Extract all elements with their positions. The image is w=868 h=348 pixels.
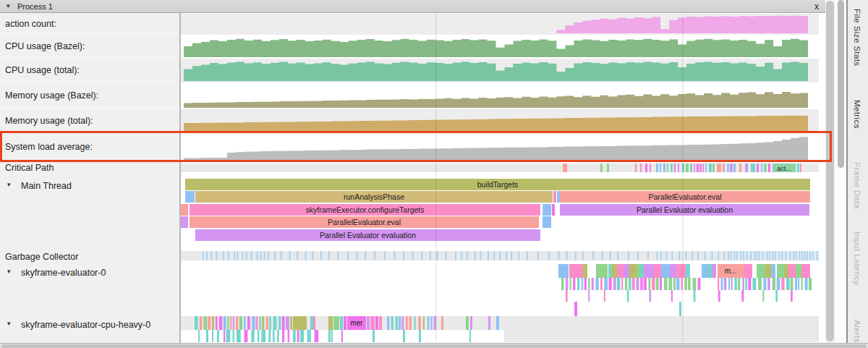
sidebar-item-skyframe-evaluator-cpu-heavy-0[interactable]: ▾skyframe-evaluator-cpu-heavy-0: [0, 317, 178, 331]
tab-alerts[interactable]: Alerts: [853, 320, 861, 343]
track-label: Main Thread: [21, 181, 72, 191]
chevron-down-icon[interactable]: ▾: [5, 181, 21, 188]
svg-text:buildTargets: buildTargets: [477, 180, 519, 189]
svg-text:mer: mer: [350, 319, 363, 327]
sidebar-item-skyframe-evaluator-0[interactable]: ▾skyframe-evaluator-0: [0, 265, 178, 279]
right-tab-rail: File Size Stats Metrics Frame Data Input…: [846, 0, 868, 343]
sidebar-item-system-load-average[interactable]: System load average:: [0, 133, 178, 161]
tab-frame-data[interactable]: Frame Data: [853, 162, 861, 209]
window-vertical-scrollbar[interactable]: [836, 0, 846, 343]
track-label: Critical Path: [5, 163, 54, 173]
timeline-canvas[interactable]: act...buildTargetsrunAnalysisPhaseParall…: [181, 13, 825, 343]
track-label: CPU usage (Bazel):: [5, 41, 85, 51]
track-label-sidebar: action count: CPU usage (Bazel): CPU usa…: [0, 13, 181, 343]
chevron-down-icon[interactable]: ▾: [5, 268, 21, 275]
process-panel: ▾ Process 1 x action count: CPU usage (B…: [0, 0, 835, 343]
sidebar-item-garbage-collector[interactable]: Garbage Collector: [0, 250, 178, 263]
svg-text:Parallel Evaluator evaluation: Parallel Evaluator evaluation: [320, 231, 416, 239]
sidebar-item-action-count[interactable]: action count:: [0, 14, 178, 34]
sidebar-item-critical-path[interactable]: Critical Path: [0, 161, 178, 174]
panel-header[interactable]: ▾ Process 1 x: [0, 0, 835, 13]
track-label: skyframe-evaluator-cpu-heavy-0: [21, 320, 150, 330]
sidebar-item-memory-usage-bazel[interactable]: Memory usage (Bazel):: [0, 82, 178, 109]
panel-vertical-scrollbar[interactable]: [825, 0, 835, 343]
track-label: Garbage Collector: [5, 252, 78, 262]
sidebar-item-cpu-usage-bazel[interactable]: CPU usage (Bazel):: [0, 35, 178, 58]
horizontal-scrollbar-thumb[interactable]: [1, 344, 867, 348]
track-label: action count:: [5, 19, 56, 29]
svg-text:act...: act...: [777, 165, 791, 172]
svg-text:Parallel Evaluator evaluation: Parallel Evaluator evaluation: [637, 205, 733, 214]
sidebar-item-cpu-usage-total[interactable]: CPU usage (total):: [0, 59, 178, 82]
svg-text:ParallelEvaluator.eval: ParallelEvaluator.eval: [328, 218, 401, 226]
timeline-svg: act...buildTargetsrunAnalysisPhaseParall…: [181, 13, 825, 343]
sidebar-item-memory-usage-total[interactable]: Memory usage (total):: [0, 109, 178, 132]
svg-text:ParallelEvaluator.eval: ParallelEvaluator.eval: [649, 192, 722, 201]
track-label: CPU usage (total):: [5, 65, 80, 75]
svg-text:skyframeExecutor.configureTarg: skyframeExecutor.configureTargets: [306, 205, 425, 214]
close-icon[interactable]: x: [812, 1, 822, 12]
tab-input-latency[interactable]: Input Latency: [853, 232, 861, 285]
svg-text:m...: m...: [725, 267, 737, 275]
track-label: Memory usage (total):: [5, 116, 93, 126]
track-label: skyframe-evaluator-0: [21, 268, 106, 278]
svg-text:runAnalysisPhase: runAnalysisPhase: [344, 192, 404, 201]
track-label: Memory usage (Bazel):: [5, 90, 98, 101]
sidebar-item-main-thread[interactable]: ▾Main Thread: [0, 178, 178, 192]
track-label: System load average:: [5, 142, 93, 152]
panel-title: Process 1: [17, 2, 53, 11]
chevron-down-icon[interactable]: ▾: [5, 320, 21, 327]
panel-vertical-scrollbar-thumb[interactable]: [826, 1, 834, 341]
tab-file-size-stats[interactable]: File Size Stats: [853, 9, 861, 67]
collapse-arrow-icon[interactable]: ▾: [7, 2, 10, 9]
tab-metrics[interactable]: Metrics: [853, 100, 861, 129]
horizontal-scrollbar[interactable]: [0, 343, 868, 348]
window-vertical-scrollbar-thumb[interactable]: [838, 0, 844, 168]
